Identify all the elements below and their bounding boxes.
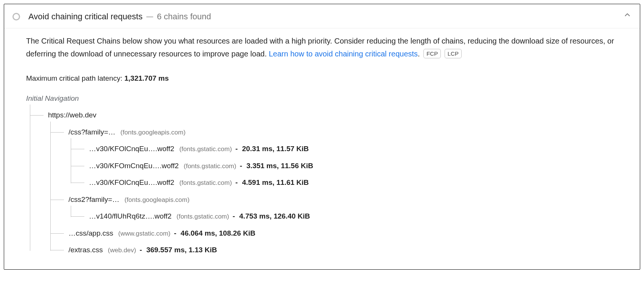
stats-dash: - (140, 246, 144, 254)
tree-row: /css2?family=… (fonts.googleapis.com) (50, 191, 631, 208)
tree-host: (fonts.googleapis.com) (124, 196, 190, 203)
title-separator: — (146, 11, 153, 22)
tree-root-label: Initial Navigation (26, 93, 631, 104)
stats-dash: - (235, 145, 240, 153)
tree-row: …v30/KFOlCnqEu….woff2 (fonts.gstatic.com… (71, 141, 631, 158)
tree-row: https://web.dev (30, 107, 631, 124)
tree-stats: 369.557 ms, 1.13 KiB (146, 246, 217, 254)
max-latency-value: 1,321.707 ms (124, 74, 169, 82)
tree-row: /extras.css (web.dev) - 369.557 ms, 1.13… (50, 242, 631, 259)
stats-dash: - (240, 162, 244, 170)
chevron-up-icon[interactable] (623, 11, 632, 22)
metric-badge-lcp: LCP (445, 49, 462, 58)
tree-path: https://web.dev (48, 111, 96, 119)
audit-panel: Avoid chaining critical requests — 6 cha… (4, 4, 640, 270)
audit-description: The Critical Request Chains below show y… (26, 34, 631, 60)
tree-stats: 20.31 ms, 11.57 KiB (242, 145, 309, 153)
tree-host: (www.gstatic.com) (118, 230, 171, 237)
max-latency-label: Maximum critical path latency: (26, 74, 124, 82)
tree-stats: 4.591 ms, 11.61 KiB (242, 178, 309, 186)
tree-path: …v140/flUhRq6tz….woff2 (89, 212, 171, 220)
tree-row: …v30/KFOmCnqEu….woff2 (fonts.gstatic.com… (71, 158, 631, 175)
metric-badge-fcp: FCP (423, 49, 441, 58)
tree-path: …v30/KFOlCnqEu….woff2 (89, 178, 174, 186)
tree-path: …v30/KFOlCnqEu….woff2 (89, 145, 174, 153)
stats-dash: - (235, 178, 240, 186)
tree-host: (fonts.gstatic.com) (179, 145, 232, 153)
tree-path: …v30/KFOmCnqEu….woff2 (89, 162, 179, 170)
tree-stats: 3.351 ms, 11.56 KiB (246, 162, 313, 170)
tree-path: /extras.css (68, 246, 103, 254)
tree-path: /css?family=… (68, 128, 115, 136)
tree-host: (fonts.gstatic.com) (177, 213, 229, 220)
tree-host: (web.dev) (108, 247, 136, 254)
tree-stats: 46.064 ms, 108.26 KiB (180, 229, 255, 237)
learn-more-link[interactable]: Learn how to avoid chaining critical req… (269, 50, 418, 58)
status-neutral-icon (12, 13, 20, 20)
tree-host: (fonts.gstatic.com) (179, 179, 232, 186)
audit-summary: 6 chains found (157, 10, 211, 23)
tree-host: (fonts.googleapis.com) (120, 129, 185, 136)
tree-row: …v30/KFOlCnqEu….woff2 (fonts.gstatic.com… (71, 174, 631, 191)
tree-row: /css?family=… (fonts.googleapis.com) (50, 124, 631, 141)
tree-row: …v140/flUhRq6tz….woff2 (fonts.gstatic.co… (71, 208, 631, 225)
request-chain-tree: https://web.dev /css?family=… (fonts.goo… (26, 107, 631, 259)
stats-dash: - (174, 229, 179, 237)
tree-stats: 4.753 ms, 126.40 KiB (239, 212, 310, 220)
audit-body: The Critical Request Chains below show y… (4, 28, 640, 269)
tree-path: …css/app.css (68, 229, 113, 237)
tree-path: /css2?family=… (68, 195, 120, 203)
audit-title: Avoid chaining critical requests (28, 10, 143, 23)
tree-row: …css/app.css (www.gstatic.com) - 46.064 … (50, 225, 631, 242)
stats-dash: - (233, 212, 237, 220)
audit-header[interactable]: Avoid chaining critical requests — 6 cha… (4, 4, 640, 28)
max-latency: Maximum critical path latency: 1,321.707… (26, 73, 631, 84)
tree-host: (fonts.gstatic.com) (184, 162, 236, 170)
description-tail: . (418, 50, 420, 58)
